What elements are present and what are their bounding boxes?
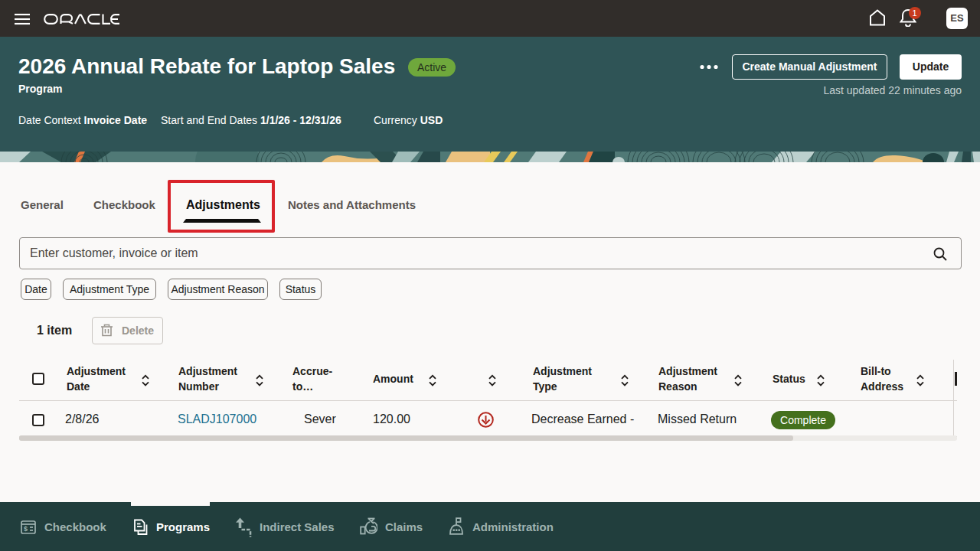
- svg-text:$: $: [24, 525, 28, 533]
